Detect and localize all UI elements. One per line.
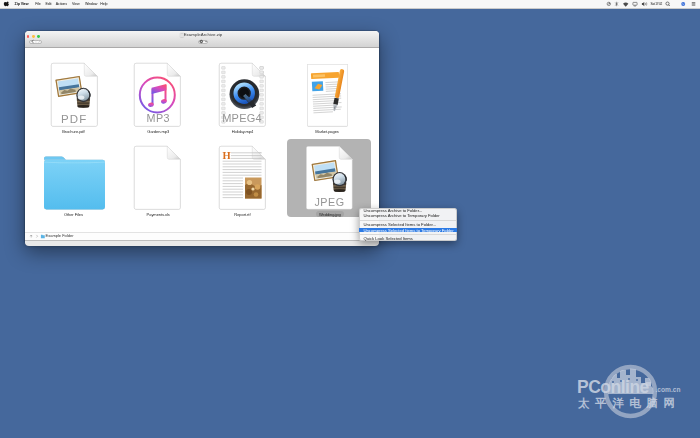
svg-text:PConline: PConline <box>577 377 650 397</box>
svg-text:.com.cn: .com.cn <box>656 386 681 393</box>
svg-text:H: H <box>223 150 231 161</box>
svg-text:太平洋电脑网: 太平洋电脑网 <box>577 397 681 410</box>
